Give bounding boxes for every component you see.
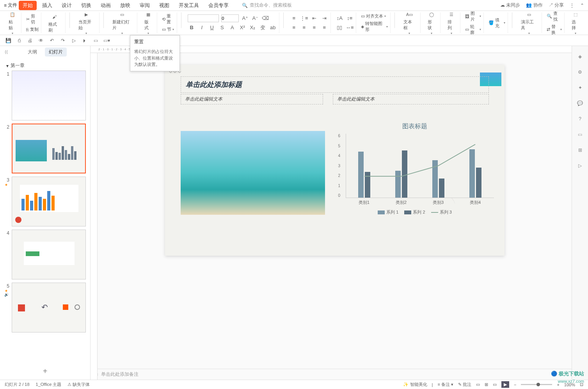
superscript-button[interactable]: X² bbox=[238, 24, 246, 32]
reset-button[interactable]: ⟲重置 bbox=[162, 13, 174, 25]
columns-button[interactable]: ▯▯ bbox=[336, 24, 343, 32]
slide-canvas[interactable]: ⌵ ⌵ ⌵ 单击此处添加标题 单击此处编辑文本 单击此处编辑文本 图表标题 01… bbox=[165, 65, 505, 256]
strikethrough-button[interactable]: S bbox=[218, 24, 226, 32]
collab-button[interactable]: 👥 协作 bbox=[526, 2, 542, 9]
align-center-button[interactable]: ≡ bbox=[300, 24, 308, 32]
tab-design[interactable]: 设计 bbox=[58, 1, 76, 10]
notes-placeholder[interactable]: 单击此处添加备注 bbox=[101, 371, 139, 378]
cut-button[interactable]: ✂剪切 bbox=[26, 13, 39, 25]
slide-image[interactable] bbox=[181, 131, 325, 215]
change-case-button[interactable]: 变 bbox=[259, 24, 266, 32]
highlight-button[interactable]: ab bbox=[269, 24, 277, 32]
new-slide-button[interactable]: ▭ 新建幻灯片▾ bbox=[110, 10, 135, 36]
spacing-button[interactable]: ↔≡ bbox=[346, 24, 354, 32]
copy-button[interactable]: ⎘复制 bbox=[26, 27, 39, 32]
tab-animation[interactable]: 动画 bbox=[97, 1, 115, 10]
sliders-icon[interactable]: ⚙ bbox=[576, 68, 584, 76]
play-begin-icon[interactable]: ⏵ bbox=[81, 37, 88, 44]
paste-button[interactable]: 📋 粘贴▾ bbox=[6, 10, 19, 36]
tab-home[interactable]: 开始 bbox=[19, 1, 37, 10]
select-button[interactable]: ⬚ 选择▾ bbox=[569, 10, 582, 36]
picture-button[interactable]: 🖼图片▾ bbox=[465, 11, 481, 22]
increase-indent-button[interactable]: ⇥ bbox=[320, 14, 328, 22]
text-placeholder-left[interactable]: 单击此处编辑文本 bbox=[181, 94, 323, 104]
redo-icon[interactable]: ↷ bbox=[59, 37, 66, 44]
smart-shape-button[interactable]: ◈转智能图形▾ bbox=[361, 21, 388, 32]
save-icon[interactable]: 💾 bbox=[5, 37, 12, 44]
share-qa-icon[interactable]: ▭ bbox=[92, 37, 99, 44]
tab-slideshow[interactable]: 放映 bbox=[116, 1, 134, 10]
numbering-button[interactable]: ⋮≡ bbox=[300, 14, 308, 22]
sync-status[interactable]: ☁ 未同步 bbox=[500, 2, 520, 9]
shape-button[interactable]: ◯ 形状▾ bbox=[425, 10, 438, 36]
tab-transition[interactable]: 切换 bbox=[77, 1, 95, 10]
collapse-panel-icon[interactable]: ⟨⟨ bbox=[5, 50, 8, 55]
zoom-slider[interactable] bbox=[521, 384, 552, 385]
collapse-ribbon-icon[interactable]: ⌃ bbox=[580, 3, 584, 8]
align-left-button[interactable]: ≡ bbox=[290, 24, 298, 32]
tab-review[interactable]: 审阅 bbox=[136, 1, 154, 10]
present-icon[interactable]: ▷ bbox=[576, 161, 584, 170]
help-icon[interactable]: ? bbox=[576, 115, 584, 123]
find-button[interactable]: 🔍查找 bbox=[547, 11, 562, 22]
template-icon[interactable]: ▭ bbox=[576, 130, 584, 139]
text-box-button[interactable]: A▭ 文本框▾ bbox=[401, 10, 418, 36]
decrease-indent-button[interactable]: ⇤ bbox=[310, 14, 318, 22]
title-placeholder[interactable]: 单击此处添加标题 bbox=[181, 76, 489, 93]
underline-button[interactable]: U bbox=[208, 24, 216, 32]
text-direction-button[interactable]: ↕A bbox=[336, 14, 343, 22]
from-current-button[interactable]: ▶ 当页开始▾ bbox=[76, 10, 97, 36]
text-placeholder-right[interactable]: 单击此处编辑文本 bbox=[333, 94, 489, 104]
file-menu[interactable]: ≡ 文件 bbox=[4, 2, 17, 9]
missing-font[interactable]: ⚠ 缺失字体 bbox=[68, 382, 90, 387]
command-search[interactable]: 🔍 查找命令、搜索模板 bbox=[242, 2, 292, 9]
slide-thumbnail-5[interactable]: ↶ bbox=[12, 283, 86, 332]
font-family-select[interactable] bbox=[188, 14, 219, 22]
smart-beautify-button[interactable]: ✨ 智能美化 bbox=[403, 382, 427, 387]
print-icon[interactable]: 🖨 bbox=[27, 37, 34, 44]
diamond-icon[interactable]: ◈ bbox=[576, 52, 584, 61]
italic-button[interactable]: I bbox=[198, 24, 206, 32]
format-painter-button[interactable]: 🖌 格式刷 bbox=[46, 12, 63, 34]
slide-thumbnail-4[interactable] bbox=[12, 230, 86, 279]
align-right-button[interactable]: ≡ bbox=[310, 24, 318, 32]
view-slideshow-icon[interactable]: ▶ bbox=[501, 381, 509, 388]
font-size-select[interactable] bbox=[221, 14, 239, 22]
notes-button[interactable]: ≡ 备注 ▾ bbox=[437, 382, 453, 387]
chapter-header[interactable]: ▾ 第一章 bbox=[3, 61, 87, 71]
tab-insert[interactable]: 插入 bbox=[38, 1, 56, 10]
export-icon[interactable]: ⎙ bbox=[16, 37, 23, 44]
share-button[interactable]: ↗ 分享 bbox=[549, 2, 564, 9]
layout-button[interactable]: ▦ 版式▾ bbox=[142, 10, 155, 36]
decrease-font-icon[interactable]: A⁻ bbox=[251, 14, 259, 22]
justify-button[interactable]: ≡ bbox=[320, 24, 328, 32]
add-slide-button[interactable]: + bbox=[0, 363, 90, 380]
theme-name[interactable]: 1_Office 主题 bbox=[36, 382, 62, 387]
view-reading-icon[interactable]: ▭ bbox=[493, 382, 497, 387]
zoom-out-button[interactable]: − bbox=[514, 382, 516, 387]
chat-icon[interactable]: 💬 bbox=[576, 99, 584, 108]
play-current-icon[interactable]: ▷ bbox=[70, 37, 77, 44]
preview-icon[interactable]: 👁 bbox=[37, 37, 44, 44]
outline-tab[interactable]: 大纲 bbox=[24, 48, 41, 57]
subscript-button[interactable]: X₂ bbox=[249, 24, 256, 32]
more-icon[interactable]: ⋮ bbox=[570, 3, 574, 8]
tab-dev[interactable]: 开发工具 bbox=[175, 1, 203, 10]
outline-button[interactable]: ▭轮廓▾ bbox=[465, 24, 481, 35]
view-normal-icon[interactable]: ▭ bbox=[476, 382, 480, 387]
slide-thumbnail-2[interactable] bbox=[12, 124, 86, 173]
sparkle-icon[interactable]: ✦ bbox=[576, 83, 584, 92]
bold-button[interactable]: B bbox=[188, 24, 195, 32]
clear-format-icon[interactable]: ⌫ bbox=[261, 14, 269, 22]
view-sorter-icon[interactable]: ⊞ bbox=[485, 382, 488, 387]
more-qa-icon[interactable]: ▭▾ bbox=[103, 37, 110, 44]
line-spacing-button[interactable]: ↕≡ bbox=[346, 14, 354, 22]
align-text-button[interactable]: ▭对齐文本▾ bbox=[361, 13, 388, 19]
arrange-button[interactable]: ☰ 排列▾ bbox=[445, 10, 458, 36]
slides-tab[interactable]: 幻灯片 bbox=[45, 48, 67, 57]
tab-view[interactable]: 视图 bbox=[155, 1, 173, 10]
section-button[interactable]: ▭节▾ bbox=[162, 27, 174, 32]
slide-thumbnail-1[interactable] bbox=[12, 71, 86, 120]
demo-tools-button[interactable]: ▭ 演示工具▾ bbox=[519, 10, 539, 36]
tab-member[interactable]: 会员专享 bbox=[204, 1, 233, 10]
